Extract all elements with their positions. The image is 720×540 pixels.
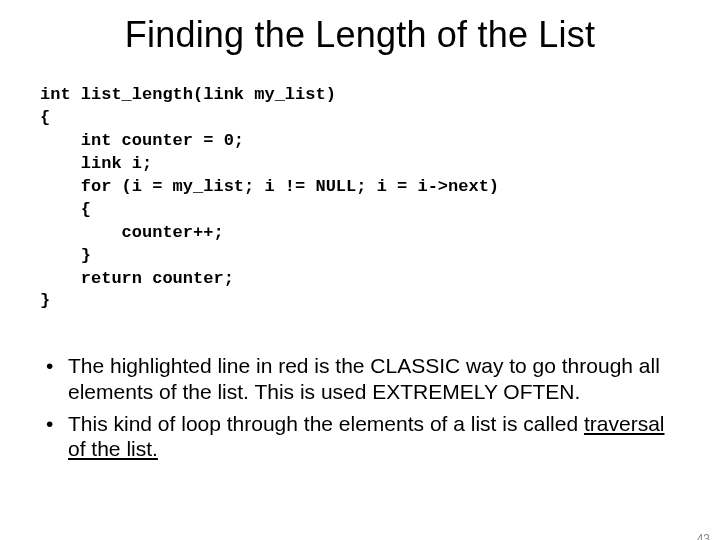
code-line: counter++;: [40, 223, 224, 242]
code-line: link i;: [40, 154, 152, 173]
code-line: }: [40, 291, 50, 310]
code-line: int list_length(link my_list): [40, 85, 336, 104]
code-line: {: [40, 200, 91, 219]
code-line: {: [40, 108, 50, 127]
bullet-text: The highlighted line in red is the CLASS…: [68, 354, 660, 403]
code-block: int list_length(link my_list) { int coun…: [40, 84, 720, 313]
code-line: return counter;: [40, 269, 234, 288]
code-line: for (i = my_list; i != NULL; i = i->next…: [40, 177, 499, 196]
bullet-item: The highlighted line in red is the CLASS…: [40, 353, 680, 404]
code-line: int counter = 0;: [40, 131, 244, 150]
page-number: 43: [697, 532, 710, 540]
slide-title: Finding the Length of the List: [0, 14, 720, 56]
bullet-list: The highlighted line in red is the CLASS…: [40, 353, 680, 461]
bullet-text: This kind of loop through the elements o…: [68, 412, 584, 435]
code-line: }: [40, 246, 91, 265]
bullet-item: This kind of loop through the elements o…: [40, 411, 680, 462]
